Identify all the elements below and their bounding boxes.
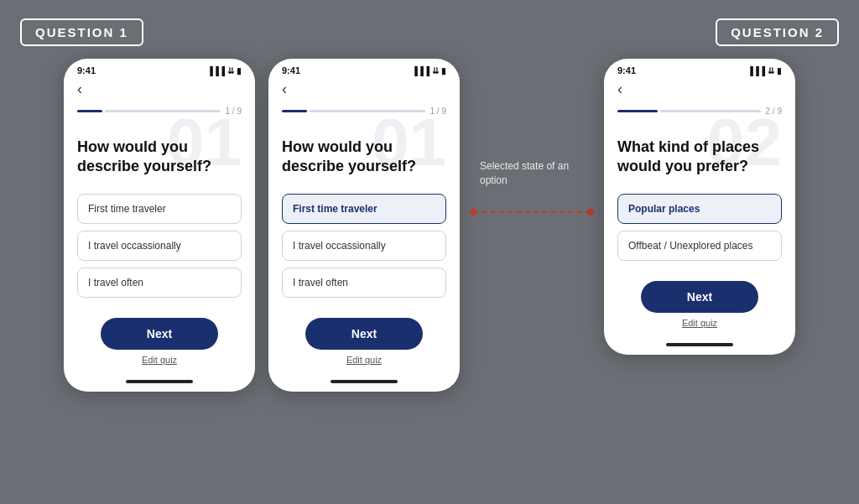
phone3-content: What kind of places would you prefer? Po… [604, 124, 795, 261]
question1-label: QUESTION 1 [20, 18, 143, 46]
question2-label: QUESTION 2 [716, 18, 839, 46]
phone2-signal-icons: ▐▐▐ ⇊ ▮ [412, 66, 446, 75]
phone3-home-bar [666, 343, 733, 346]
phone3: 9:41 ▐▐▐ ⇊ ▮ ‹ 2 / 9 02 What kind of pla… [604, 59, 795, 355]
annotation-dashed-line [473, 211, 591, 213]
phone1-content: How would you describe yourself? First t… [64, 124, 255, 298]
phone1-edit-quiz[interactable]: Edit quiz [64, 355, 255, 373]
phone2-battery-icon: ▮ [441, 66, 446, 75]
phone2-status-bar: 9:41 ▐▐▐ ⇊ ▮ [268, 59, 460, 79]
phone1-status-bar: 9:41 ▐▐▐ ⇊ ▮ [64, 59, 255, 79]
phone1-home-bar [126, 380, 193, 383]
phone1-signal-icons: ▐▐▐ ⇊ ▮ [207, 66, 242, 75]
phone3-back-button[interactable]: ‹ [604, 79, 795, 103]
phone1-option-3[interactable]: I travel often [77, 268, 242, 298]
phone3-signal-icon: ▐▐▐ [747, 66, 765, 75]
phone3-next-button[interactable]: Next [641, 281, 758, 313]
phone1-signal-icon: ▐▐▐ [207, 66, 225, 75]
phone1-time: 9:41 [77, 65, 96, 75]
phone3-question-text: What kind of places would you prefer? [617, 138, 782, 177]
phone2-home-bar [331, 380, 398, 383]
phone2-content: How would you describe yourself? First t… [268, 124, 460, 298]
phone2-signal-icon: ▐▐▐ [412, 66, 430, 75]
phone1-progress-filled [77, 110, 102, 112]
phone2-edit-quiz[interactable]: Edit quiz [268, 355, 460, 373]
phone1-option-2[interactable]: I travel occassionally [77, 231, 242, 261]
phone1-question-text: How would you describe yourself? [77, 138, 242, 177]
phone2-back-button[interactable]: ‹ [268, 79, 460, 103]
phone2-next-wrap: Next [268, 304, 460, 355]
phone3-option-2[interactable]: Offbeat / Unexplored places [617, 231, 782, 261]
phone1-option-1[interactable]: First time traveler [77, 194, 242, 224]
phone3-progress-filled [617, 110, 658, 112]
phone3-option-1[interactable]: Popular places [617, 194, 782, 224]
phone2-progress-filled [282, 110, 307, 112]
phone3-edit-quiz[interactable]: Edit quiz [604, 318, 795, 336]
phone1-wifi-icon: ⇊ [227, 66, 234, 75]
annotation-dot-right [587, 209, 594, 216]
phone2-option-3[interactable]: I travel often [282, 268, 446, 298]
phone1-back-button[interactable]: ‹ [64, 79, 255, 103]
annotation-area: Selected state of an option [473, 159, 591, 213]
phone3-wifi-icon: ⇊ [768, 66, 774, 75]
phone3-signal-icons: ▐▐▐ ⇊ ▮ [747, 66, 782, 75]
phone2-option-1[interactable]: First time traveler [282, 194, 446, 224]
phone2-next-button[interactable]: Next [305, 318, 423, 350]
phone1-next-wrap: Next [64, 304, 255, 355]
phone1-battery-icon: ▮ [237, 66, 242, 75]
phone2-option-2[interactable]: I travel occassionally [282, 231, 446, 261]
phone2-time: 9:41 [282, 65, 300, 75]
phone1-next-button[interactable]: Next [101, 318, 218, 350]
phone2: 9:41 ▐▐▐ ⇊ ▮ ‹ 1 / 9 01 How would you de… [268, 59, 460, 392]
phone3-status-bar: 9:41 ▐▐▐ ⇊ ▮ [604, 59, 795, 79]
phone1: 9:41 ▐▐▐ ⇊ ▮ ‹ 1 / 9 01 How would you de… [64, 59, 255, 392]
annotation-dot-left [470, 209, 476, 216]
phone2-question-text: How would you describe yourself? [282, 138, 446, 177]
annotation-text: Selected state of an option [480, 159, 591, 188]
phone3-battery-icon: ▮ [777, 66, 782, 75]
phone2-wifi-icon: ⇊ [432, 66, 439, 75]
phone3-time: 9:41 [617, 65, 636, 75]
phone3-next-wrap: Next [604, 268, 795, 318]
